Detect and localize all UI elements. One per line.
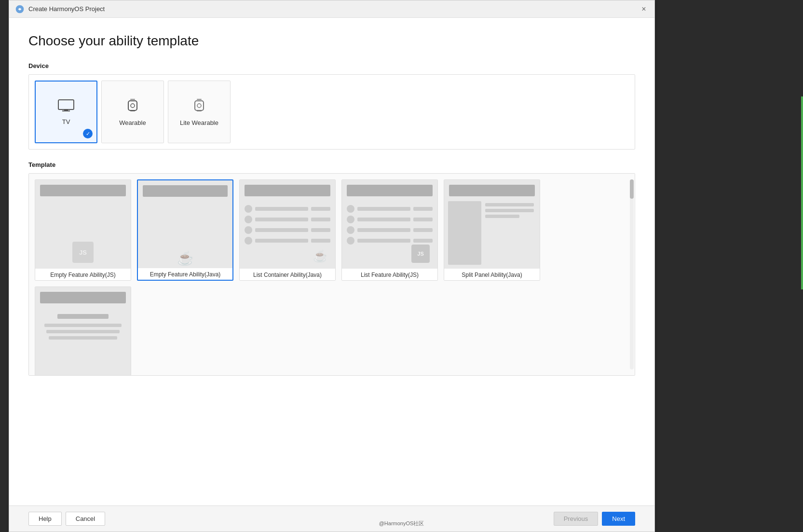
page-title-line <box>57 314 109 319</box>
list-js-short-4 <box>413 239 433 243</box>
svg-rect-4 <box>130 99 135 100</box>
title-bar-left: Create HarmonyOS Project <box>15 4 105 14</box>
list-js-line-1 <box>357 207 410 211</box>
page-line-1 <box>44 324 122 327</box>
svg-point-7 <box>131 104 135 108</box>
list-line-4 <box>255 239 308 243</box>
preview-body-java: ☕ <box>138 200 232 268</box>
list-item-3 <box>245 226 330 234</box>
selected-check-badge: ✓ <box>83 129 93 138</box>
wearable-icon <box>127 98 138 113</box>
device-card-lite-wearable[interactable]: Lite Wearable <box>168 81 231 143</box>
preview-body-list-js: JS <box>342 199 437 269</box>
template-card-list-feature-js[interactable]: JS List Feature Ability(JS) <box>341 179 438 281</box>
preview-header-split <box>449 185 535 196</box>
template-preview-list-feature-js: JS <box>342 180 437 269</box>
list-line-short-3 <box>311 228 330 232</box>
split-right-pane <box>483 201 536 265</box>
device-label-wearable: Wearable <box>119 119 146 126</box>
template-preview-page-java <box>35 287 131 376</box>
scrollbar-track[interactable] <box>630 179 634 369</box>
template-name-list-container-java: List Container Ability(Java) <box>240 269 335 280</box>
list-item-4 <box>245 237 330 245</box>
svg-rect-6 <box>128 101 137 110</box>
help-button[interactable]: Help <box>28 512 62 526</box>
list-dot-4 <box>245 237 252 245</box>
template-name-empty-java: Empty Feature Ability(Java) <box>138 268 232 280</box>
device-card-wearable[interactable]: Wearable <box>101 81 164 143</box>
template-grid: JS Empty Feature Ability(JS) ☕ <box>35 179 629 376</box>
window-title: Create HarmonyOS Project <box>28 5 105 13</box>
template-card-empty-java[interactable]: ☕ Empty Feature Ability(Java) <box>137 179 233 281</box>
list-line-2 <box>255 218 308 221</box>
list-js-item-3 <box>347 226 433 234</box>
template-card-page-ability-java[interactable]: Page Ability(Java) <box>35 286 131 376</box>
list-line-short-1 <box>311 207 330 211</box>
svg-rect-1 <box>58 100 74 109</box>
template-card-empty-js[interactable]: JS Empty Feature Ability(JS) <box>35 179 131 281</box>
page-line-3 <box>49 336 117 340</box>
page-line-2 <box>46 330 119 333</box>
title-bar: Create HarmonyOS Project × <box>9 0 654 18</box>
svg-rect-10 <box>195 101 204 110</box>
split-line-2 <box>485 209 534 212</box>
footer-right: Previous Next <box>554 512 635 526</box>
next-button[interactable]: Next <box>602 512 635 526</box>
template-section: Template JS Empty Feature <box>28 161 635 496</box>
harmonyos-logo-icon <box>15 4 25 14</box>
preview-body-list: ☕ <box>240 199 335 269</box>
list-dot-3 <box>245 226 252 234</box>
preview-header-list-js <box>347 185 433 196</box>
green-bar <box>801 96 803 289</box>
template-name-empty-js: Empty Feature Ability(JS) <box>35 269 131 280</box>
template-section-label: Template <box>28 161 635 168</box>
bottom-hint-text: @HarmonyOS社区 <box>379 520 424 527</box>
preview-body: JS <box>35 199 131 269</box>
list-line-short-2 <box>311 218 330 221</box>
template-preview-empty-java: ☕ <box>138 180 232 268</box>
list-js-short-1 <box>413 207 433 211</box>
template-card-list-container-java[interactable]: ☕ List Container Ability(Java) <box>239 179 336 281</box>
preview-body-split <box>444 199 540 269</box>
template-preview-list-container-java: ☕ <box>240 180 335 269</box>
template-card-split-panel-java[interactable]: Split Panel Ability(Java) <box>444 179 540 281</box>
list-dot-2 <box>245 216 252 223</box>
previous-button[interactable]: Previous <box>554 512 599 526</box>
sidebar-background <box>0 0 9 532</box>
scrollbar-thumb[interactable] <box>630 179 634 199</box>
js-badge-icon: JS <box>411 245 430 263</box>
js-icon: JS <box>72 242 94 263</box>
tv-icon <box>57 99 75 112</box>
dialog-window: Create HarmonyOS Project × Choose your a… <box>9 0 655 532</box>
dialog-footer: Help Cancel Previous Next <box>9 505 654 532</box>
footer-left: Help Cancel <box>28 512 105 526</box>
dialog-body: Choose your ability template Device TV ✓ <box>9 18 654 505</box>
svg-rect-8 <box>197 99 202 100</box>
preview-header <box>40 185 126 196</box>
device-card-tv[interactable]: TV ✓ <box>35 81 97 143</box>
list-line-3 <box>255 228 308 232</box>
list-js-dot-2 <box>347 216 354 223</box>
editor-background <box>646 0 803 532</box>
list-js-line-4 <box>357 239 410 243</box>
preview-body-page <box>35 306 131 376</box>
template-name-list-feature-js: List Feature Ability(JS) <box>342 269 437 280</box>
cancel-button[interactable]: Cancel <box>66 512 105 526</box>
close-button[interactable]: × <box>639 4 649 14</box>
list-js-short-2 <box>413 218 433 221</box>
list-js-item-4 <box>347 237 433 245</box>
list-preview <box>245 203 330 246</box>
template-preview-split-panel-java <box>444 180 540 269</box>
list-js-dot-1 <box>347 205 354 213</box>
coffee-icon-2: ☕ <box>313 249 327 263</box>
list-item-2 <box>245 216 330 223</box>
preview-header-page <box>40 292 126 303</box>
list-js-dot-4 <box>347 237 354 245</box>
svg-point-11 <box>197 104 201 108</box>
preview-header-java <box>143 185 228 197</box>
list-js-item-2 <box>347 216 433 223</box>
device-section-label: Device <box>28 62 635 69</box>
list-line-1 <box>255 207 308 211</box>
device-section: Device TV ✓ <box>28 62 635 150</box>
template-grid-container: JS Empty Feature Ability(JS) ☕ <box>28 173 635 376</box>
